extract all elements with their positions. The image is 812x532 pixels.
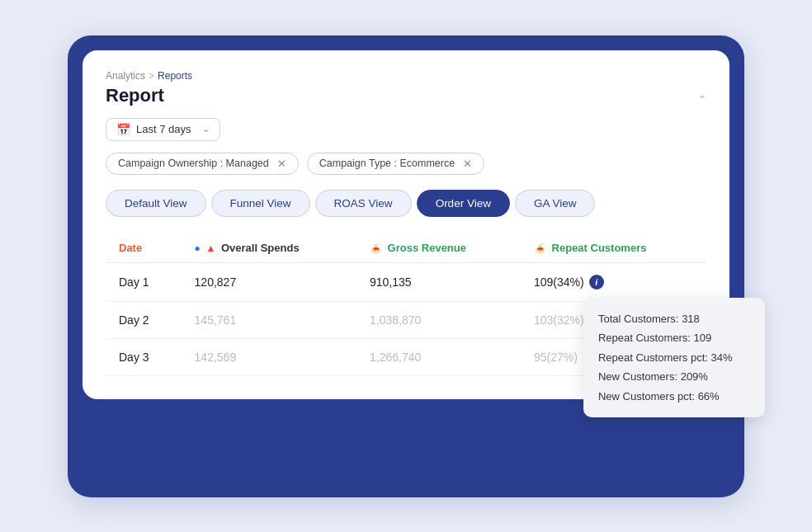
tooltip-new-pct: New Customers pct: 66%: [598, 387, 750, 406]
tooltip-total-customers: Total Customers: 318: [598, 309, 750, 328]
breadcrumb-parent[interactable]: Analytics: [106, 70, 145, 82]
shopify-repeat-icon: 🍝: [534, 242, 546, 254]
breadcrumb-separator: >: [149, 70, 154, 82]
filter-tag-type-label: Campaign Type : Ecommerce: [319, 158, 455, 169]
cell-date-2: Day 2: [106, 302, 182, 339]
filter-tag-ownership: Campaign Ownership : Managed ✕: [106, 153, 299, 175]
outer-card: Analytics > Reports Report ⌄ 📅 Last 7 da…: [68, 35, 744, 497]
meta-icon: ●: [195, 242, 201, 254]
cell-revenue-3: 1,266,740: [356, 339, 521, 376]
tooltip-new-customers: New Customers: 209%: [598, 367, 750, 386]
col-header-date: Date: [106, 233, 182, 263]
date-filter[interactable]: 📅 Last 7 days ⌄: [106, 118, 220, 141]
filter-tag-ownership-close[interactable]: ✕: [277, 158, 286, 170]
cell-revenue-2: 1,038,870: [356, 302, 521, 339]
date-filter-chevron-icon: ⌄: [202, 124, 210, 134]
page-title: Report: [106, 85, 164, 106]
data-table: Date ● ▲ Overall Spends 🍝 Gross Revenue …: [106, 233, 706, 377]
breadcrumb-current: Reports: [158, 70, 192, 82]
tooltip-repeat-pct: Repeat Customers pct: 34%: [598, 348, 750, 367]
cell-date-1: Day 1: [106, 263, 182, 302]
filter-tags-row: Campaign Ownership : Managed ✕ Campaign …: [106, 153, 706, 175]
view-tabs: Default View Funnel View ROAS View Order…: [106, 190, 706, 217]
col-header-revenue: 🍝 Gross Revenue: [356, 233, 521, 263]
breadcrumb: Analytics > Reports: [106, 70, 706, 82]
google-icon: ▲: [205, 242, 215, 254]
col-header-repeat: 🍝 Repeat Customers: [521, 233, 706, 263]
cell-spends-3: 142,569: [182, 339, 356, 376]
filter-tag-ownership-label: Campaign Ownership : Managed: [118, 158, 269, 169]
shopify-revenue-icon: 🍝: [370, 242, 382, 254]
cell-revenue-1: 910,135: [356, 263, 521, 302]
cell-spends-1: 120,827: [182, 263, 356, 302]
collapse-chevron-icon[interactable]: ⌄: [697, 88, 706, 101]
tab-default-view[interactable]: Default View: [106, 190, 206, 217]
tab-funnel-view[interactable]: Funnel View: [211, 190, 310, 217]
tooltip: Total Customers: 318 Repeat Customers: 1…: [583, 298, 765, 417]
tab-ga-view[interactable]: GA View: [515, 190, 596, 217]
tab-order-view[interactable]: Order View: [417, 190, 510, 217]
col-header-spends: ● ▲ Overall Spends: [182, 233, 356, 263]
date-filter-label: Last 7 days: [136, 123, 191, 135]
info-icon[interactable]: [589, 275, 604, 290]
calendar-icon: 📅: [116, 123, 130, 136]
inner-card: Analytics > Reports Report ⌄ 📅 Last 7 da…: [83, 50, 729, 400]
table-row: Day 1 120,827 910,135 109(34%) Total Cus…: [106, 263, 706, 302]
filter-tag-type-close[interactable]: ✕: [463, 158, 472, 170]
cell-spends-2: 145,761: [182, 302, 356, 339]
cell-date-3: Day 3: [106, 339, 182, 376]
cell-repeat-1: 109(34%) Total Customers: 318 Repeat Cus…: [521, 263, 706, 302]
tab-roas-view[interactable]: ROAS View: [315, 190, 412, 217]
tooltip-repeat-customers: Repeat Customers: 109: [598, 328, 750, 347]
filter-tag-type: Campaign Type : Ecommerce ✕: [307, 153, 484, 175]
